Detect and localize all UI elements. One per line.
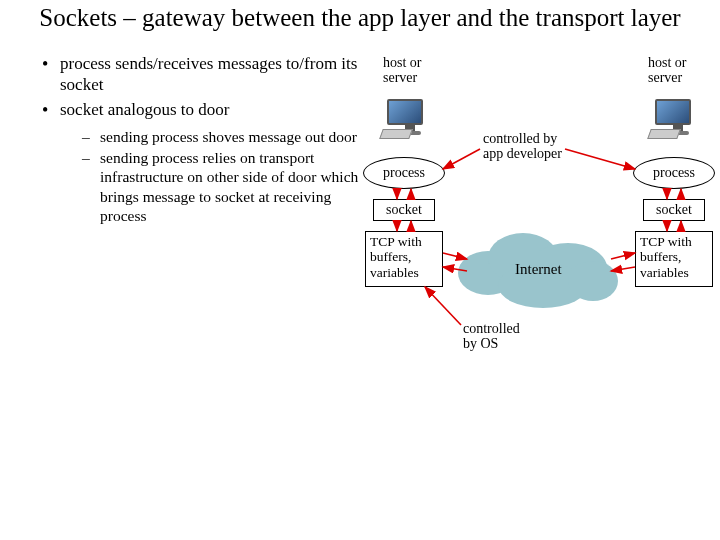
host-label-left: host or server	[383, 55, 422, 86]
computer-icon-right	[655, 99, 701, 137]
subbullet-2: sending process relies on transport infr…	[82, 148, 365, 226]
svg-line-14	[425, 287, 461, 325]
diagram-area: host or server host or server Internet p…	[365, 53, 720, 413]
bullet-1: process sends/receives messages to/from …	[38, 53, 365, 96]
bullet-2-text: socket analogous to door	[60, 100, 230, 119]
process-oval-right: process	[633, 157, 715, 189]
tcp-box-left: TCP with buffers, variables	[365, 231, 443, 287]
bullet-2: socket analogous to door sending process…	[38, 99, 365, 225]
svg-line-0	[443, 149, 480, 169]
slide-title: Sockets – gateway between the app layer …	[0, 0, 720, 33]
controlled-os-label: controlled by OS	[463, 321, 520, 352]
controlled-dev-label: controlled by app developer	[483, 131, 562, 162]
process-oval-left: process	[363, 157, 445, 189]
bullet-column: process sends/receives messages to/from …	[0, 53, 365, 413]
computer-icon-left	[387, 99, 433, 137]
socket-box-left: socket	[373, 199, 435, 221]
subbullet-1: sending process shoves message out door	[82, 127, 365, 146]
slide-content: process sends/receives messages to/from …	[0, 33, 720, 413]
tcp-box-right: TCP with buffers, variables	[635, 231, 713, 287]
host-label-right: host or server	[648, 55, 687, 86]
internet-label: Internet	[515, 261, 562, 278]
socket-box-right: socket	[643, 199, 705, 221]
svg-line-1	[565, 149, 635, 169]
